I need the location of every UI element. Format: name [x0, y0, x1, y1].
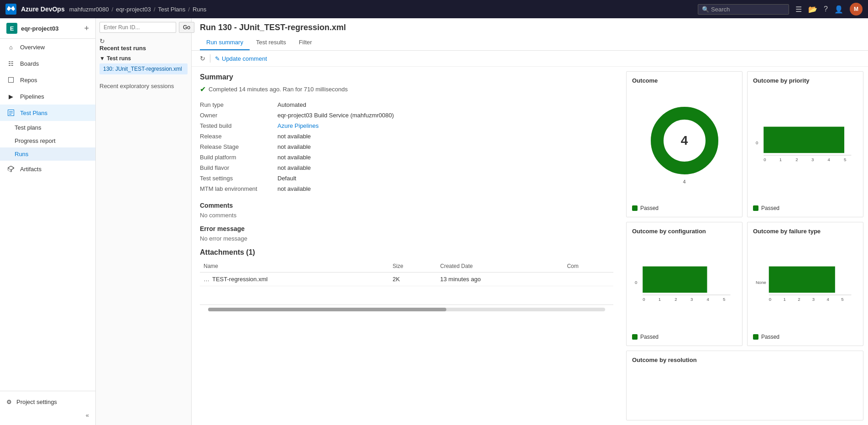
svg-text:5: 5 [844, 157, 846, 162]
svg-text:0: 0 [756, 140, 758, 145]
sidebar-item-testplans[interactable]: Test Plans [0, 105, 95, 121]
attachment-row: … TEST-regression.xml 2K 13 minutes ago [200, 273, 613, 286]
test-runs-section-label: Test runs [107, 55, 131, 62]
breadcrumb-user[interactable]: mahfuzmr0080 [69, 6, 109, 13]
top-nav: Azure DevOps mahfuzmr0080 / eqr-project0… [0, 0, 868, 18]
sidebar-sub-label-test-plans: Test plans [15, 124, 42, 131]
svg-text:2: 2 [795, 157, 798, 162]
svg-text:0: 0 [769, 297, 771, 302]
pipeline-icon: ▶ [6, 92, 16, 101]
sidebar-label-testplans: Test Plans [20, 110, 47, 116]
status-text: Completed 14 minutes ago. Ran for 710 mi… [209, 86, 348, 93]
user-icon[interactable]: 👤 [834, 5, 843, 14]
search-box[interactable]: 🔍 [698, 4, 789, 15]
search-icon: 🔍 [702, 6, 709, 13]
repo-icon [6, 75, 16, 84]
outcome-legend-dot [632, 205, 638, 211]
svg-text:4: 4 [828, 157, 831, 162]
search-input[interactable] [711, 6, 785, 13]
test-runs-toggle[interactable]: ▼ Test runs [99, 55, 188, 62]
outcome-by-resolution-title: Outcome by resolution [632, 357, 858, 363]
config-bar-chart: 0 0 1 2 3 4 5 [634, 257, 735, 311]
sidebar-project: E eqr-project03 + [0, 18, 95, 39]
svg-text:2: 2 [675, 297, 677, 302]
sidebar-settings[interactable]: ⚙ Project settings [0, 395, 95, 409]
donut-sublabel: 4 [683, 179, 685, 184]
run-id-input[interactable] [99, 22, 176, 33]
update-comment-label: Update comment [222, 55, 267, 62]
value-tested-build: Azure Pipelines [277, 121, 613, 131]
attachments-section: Attachments (1) Name Size Created Date C… [200, 248, 613, 286]
summary-details: Run type Automated Owner eqr-project03 B… [200, 100, 613, 194]
sidebar-item-pipelines[interactable]: ▶ Pipelines [0, 88, 95, 105]
summary-title: Summary [200, 73, 613, 81]
bag-icon[interactable]: 📂 [808, 5, 817, 14]
list-icon[interactable]: ☰ [795, 5, 802, 14]
breadcrumb-runs[interactable]: Runs [193, 6, 206, 13]
outcome-by-failure-type-title: Outcome by failure type [753, 228, 858, 235]
recent-runs-label: Recent test runs [99, 45, 188, 52]
pencil-icon: ✎ [215, 55, 220, 62]
svg-text:1: 1 [779, 157, 782, 162]
add-project-button[interactable]: + [84, 24, 89, 32]
sidebar-collapse[interactable]: « [0, 409, 95, 421]
col-name: Name [200, 260, 389, 273]
refresh-runs-icon[interactable]: ↻ [99, 37, 188, 45]
sidebar-label-overview: Overview [20, 44, 45, 51]
test-run-item[interactable]: 130: JUnit_TEST-regression.xml [99, 63, 188, 74]
failure-bar-chart: None 0 1 2 3 4 5 [755, 257, 856, 311]
value-build-flavor: not available [277, 163, 613, 173]
sidebar-label-pipelines: Pipelines [20, 93, 44, 100]
sidebar-item-repos[interactable]: Repos [0, 72, 95, 88]
runs-panel: Go ↻ Recent test runs ▼ Test runs 130: J… [96, 18, 192, 425]
label-release-stage: Release Stage [200, 142, 273, 152]
attachment-menu-btn[interactable]: … [204, 276, 209, 283]
outcome-by-priority-card: Outcome by priority 0 0 1 2 [747, 71, 863, 217]
logo[interactable] [5, 4, 16, 15]
value-release: not available [277, 131, 613, 141]
breadcrumb-project[interactable]: eqr-project03 [116, 6, 151, 13]
sidebar-sub-item-test-plans[interactable]: Test plans [0, 121, 95, 134]
tested-build-link[interactable]: Azure Pipelines [277, 122, 319, 129]
sidebar-item-boards[interactable]: ☷ Boards [0, 55, 95, 72]
brand-name[interactable]: Azure DevOps [21, 5, 65, 13]
settings-icon: ⚙ [6, 399, 12, 405]
tab-filter[interactable]: Filter [293, 35, 319, 50]
value-release-stage: not available [277, 142, 613, 152]
run-title: Run 130 - JUnit_TEST-regression.xml [200, 23, 860, 32]
sidebar-label-repos: Repos [20, 77, 37, 84]
board-icon: ☷ [6, 59, 16, 68]
sidebar-item-artifacts[interactable]: Artifacts [0, 161, 95, 177]
chevron-down-icon: ▼ [99, 55, 105, 62]
priority-bar-chart: 0 0 1 2 3 4 5 [755, 117, 856, 172]
project-name: eqr-project03 [21, 25, 80, 32]
comments-section: Comments No comments [200, 202, 613, 219]
tab-test-results[interactable]: Test results [250, 35, 293, 50]
attachment-date: 13 minutes ago [437, 273, 564, 286]
sidebar-sub-label-progress-report: Progress report [15, 137, 56, 144]
tab-run-summary[interactable]: Run summary [200, 35, 250, 50]
refresh-content-icon[interactable]: ↻ [200, 55, 205, 62]
svg-text:1: 1 [659, 297, 661, 302]
svg-text:1: 1 [783, 297, 785, 302]
col-com: Com [563, 260, 613, 273]
svg-text:None: None [756, 280, 766, 285]
breadcrumb-testplans[interactable]: Test Plans [158, 6, 185, 13]
outcome-by-priority-title: Outcome by priority [753, 77, 858, 84]
update-comment-button[interactable]: ✎ Update comment [215, 55, 267, 62]
sidebar-sub-item-runs[interactable]: Runs [0, 147, 95, 161]
svg-text:3: 3 [812, 297, 815, 302]
recent-exploratory-sessions[interactable]: Recent exploratory sessions [99, 83, 188, 89]
svg-text:0: 0 [635, 280, 637, 285]
avatar[interactable]: M [850, 3, 863, 16]
help-icon[interactable]: ? [824, 5, 828, 13]
label-release: Release [200, 131, 273, 141]
label-owner: Owner [200, 110, 273, 120]
horizontal-scrollbar[interactable] [200, 304, 613, 314]
svg-rect-12 [643, 267, 707, 293]
sidebar-item-overview[interactable]: ⌂ Overview [0, 39, 95, 55]
sidebar-sub-item-progress-report[interactable]: Progress report [0, 134, 95, 147]
left-content: Summary ✔ Completed 14 minutes ago. Ran … [192, 67, 622, 425]
sidebar-label-boards: Boards [20, 60, 39, 67]
attachment-size: 2K [389, 273, 436, 286]
